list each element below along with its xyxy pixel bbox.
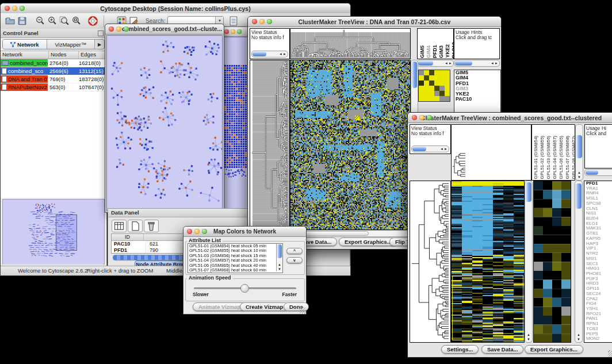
- network1-canvas[interactable]: [106, 35, 223, 211]
- treeview1-titlebar[interactable]: ClusterMaker TreeView : DNA and Tran 07-…: [248, 17, 501, 27]
- zoom-selected-icon[interactable]: [59, 16, 70, 26]
- scroll-left-icon[interactable]: ◄: [491, 62, 494, 65]
- row-dendrogram-canvas[interactable]: [250, 60, 290, 230]
- heatmap-hscrollbar[interactable]: [290, 230, 411, 237]
- minimize-icon[interactable]: [231, 29, 235, 34]
- scroll-left-icon[interactable]: ◄: [445, 62, 448, 65]
- view-status-scrollbar[interactable]: ◄ ►: [251, 51, 288, 58]
- scroll-down-icon[interactable]: ▼: [278, 267, 281, 271]
- gene-label[interactable]: MON2: [586, 336, 612, 342]
- column-dendrogram-canvas[interactable]: [451, 124, 531, 181]
- column-header-network[interactable]: Network: [1, 51, 49, 59]
- minimize-icon[interactable]: [419, 115, 424, 120]
- usage-hints-scrollbar[interactable]: [584, 169, 612, 176]
- zoomed-heatmap-vscrollbar[interactable]: ▲ ▼: [575, 181, 583, 343]
- view-status-scrollbar[interactable]: ◄ ►: [411, 145, 449, 152]
- scroll-down-icon[interactable]: ▼: [527, 338, 530, 341]
- scroll-up-icon[interactable]: ▲: [577, 171, 581, 174]
- resize-grip[interactable]: [299, 307, 305, 313]
- export-graphics-button[interactable]: Export Graphics...: [339, 237, 397, 246]
- zoomed-heatmap-canvas[interactable]: [418, 70, 450, 102]
- network-list-item[interactable]: RNAPuberNov2+563(0)107847(0): [1, 83, 106, 91]
- zoom-out-icon[interactable]: [35, 16, 45, 26]
- zoom-window-icon[interactable]: [124, 26, 129, 32]
- scroll-right-icon[interactable]: ►: [495, 62, 498, 65]
- column-label: YKE2: [445, 44, 450, 58]
- close-icon[interactable]: [109, 26, 114, 32]
- close-icon[interactable]: [187, 229, 192, 234]
- window-controls: [224, 29, 242, 34]
- zoom-window-icon[interactable]: [267, 19, 272, 24]
- slider-thumb[interactable]: [240, 284, 249, 293]
- attribute-browser-icon[interactable]: [228, 16, 239, 26]
- select-attributes-icon[interactable]: [112, 220, 127, 232]
- close-icon[interactable]: [224, 29, 229, 34]
- float-panel-icon[interactable]: [98, 30, 104, 36]
- column-header-id[interactable]: ID: [112, 234, 144, 240]
- move-down-button[interactable]: v: [286, 257, 303, 263]
- row-dendrogram-canvas[interactable]: [410, 181, 451, 343]
- close-icon[interactable]: [252, 19, 257, 24]
- tab-overflow-arrow-icon[interactable]: ▶: [94, 40, 104, 49]
- network-list-item[interactable]: combined_sco2569(6)13112(15): [1, 67, 106, 75]
- network-list-item[interactable]: DNA and Tran 07769(0)183728(0): [1, 75, 106, 83]
- create-vizmap-button[interactable]: Create Vizmap: [240, 302, 289, 311]
- zoomed-heatmap-canvas[interactable]: [533, 181, 571, 343]
- main-titlebar[interactable]: Cytoscape Desktop (Session Name: collins…: [1, 3, 350, 14]
- attribute-list: GPL51-01 (GSM854) heat shock 05 minGPL51…: [188, 243, 283, 273]
- zoom-window-icon[interactable]: [20, 6, 25, 11]
- zoom-in-icon[interactable]: [47, 16, 58, 26]
- export-graphics-button[interactable]: Export Graphics...: [525, 345, 583, 354]
- scroll-up-icon[interactable]: ▲: [577, 333, 580, 336]
- delete-attribute-icon[interactable]: [144, 220, 159, 232]
- heatmap-canvas[interactable]: [451, 181, 525, 343]
- dialog-titlebar[interactable]: Map Colors to Network: [183, 227, 306, 237]
- save-session-icon[interactable]: [17, 16, 28, 26]
- tab-network[interactable]: Network: [3, 40, 47, 49]
- heatmap-canvas[interactable]: [290, 60, 411, 230]
- scroll-right-icon[interactable]: ►: [283, 52, 286, 56]
- scroll-down-icon[interactable]: ▼: [577, 338, 580, 341]
- column-header-edges[interactable]: Edges: [79, 51, 106, 59]
- attribute-list-vscrollbar[interactable]: ▲ ▼: [276, 244, 282, 271]
- scroll-up-icon[interactable]: ▲: [527, 333, 530, 336]
- column-labels-vscrollbar[interactable]: ▲ ▼: [575, 124, 583, 181]
- column-dendrogram-canvas[interactable]: [290, 28, 411, 59]
- minimize-icon[interactable]: [12, 6, 17, 11]
- scroll-left-icon[interactable]: ◄: [279, 52, 282, 56]
- scroll-up-icon[interactable]: ▲: [278, 263, 281, 266]
- heatmap-vscrollbar[interactable]: ▲ ▼: [525, 181, 533, 343]
- move-up-button[interactable]: ^: [286, 248, 303, 254]
- scroll-right-icon[interactable]: ►: [444, 147, 447, 151]
- column-header-nodes[interactable]: Nodes: [49, 51, 79, 59]
- animate-vizmap-button[interactable]: Animate Vizmap: [193, 302, 246, 311]
- new-attribute-icon[interactable]: [128, 220, 143, 232]
- scroll-right-icon[interactable]: ►: [449, 62, 452, 65]
- close-icon[interactable]: [412, 115, 417, 120]
- minimize-icon[interactable]: [259, 19, 265, 24]
- usage-hints-scrollbar[interactable]: ◄ ►: [454, 60, 500, 67]
- zoom-window-icon[interactable]: [202, 229, 207, 234]
- network1-titlebar[interactable]: combined_scores_good.txt--cluste...: [105, 24, 224, 35]
- minimize-icon[interactable]: [194, 229, 200, 234]
- resize-grip[interactable]: [608, 350, 612, 357]
- zoom-window-icon[interactable]: [237, 29, 242, 34]
- network-list-item[interactable]: combined_scores2764(0)16218(0): [1, 59, 106, 67]
- scroll-down-icon[interactable]: ▼: [577, 175, 581, 179]
- tab-vizmapper[interactable]: VizMapper™: [47, 40, 94, 49]
- attribute-list-item[interactable]: GPL51-07 (GSM868) heat shock 60 min: [189, 268, 282, 273]
- main-window-title: Cytoscape Desktop (Session Name: collins…: [100, 5, 250, 12]
- help-lifesaver-icon[interactable]: [87, 16, 98, 26]
- network-overview-canvas[interactable]: [3, 200, 103, 265]
- zoom-fit-icon[interactable]: [71, 16, 82, 26]
- zoom-window-icon[interactable]: [427, 115, 432, 120]
- minimize-icon[interactable]: [116, 26, 121, 32]
- settings-button[interactable]: Settings...: [441, 345, 479, 354]
- open-network-icon[interactable]: [5, 16, 16, 26]
- gene-label[interactable]: PAC10: [456, 97, 500, 102]
- scroll-left-icon[interactable]: ◄: [440, 147, 443, 151]
- close-icon[interactable]: [5, 6, 10, 11]
- column-labels-scrollbar[interactable]: ◄ ►: [417, 60, 454, 67]
- save-data-button[interactable]: Save Data...: [481, 345, 523, 354]
- treeview2-titlebar[interactable]: ClusterMaker TreeView : combined_scores_…: [408, 113, 612, 123]
